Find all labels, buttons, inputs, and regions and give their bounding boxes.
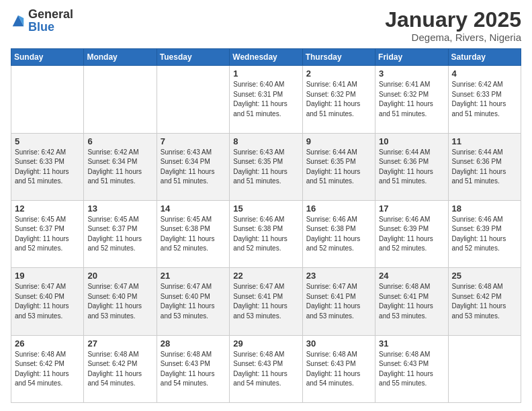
- day-info: Sunrise: 6:45 AMSunset: 6:38 PMDaylight:…: [161, 215, 226, 254]
- day-info: Sunrise: 6:42 AMSunset: 6:34 PMDaylight:…: [87, 148, 152, 187]
- day-info: Sunrise: 6:48 AMSunset: 6:43 PMDaylight:…: [233, 350, 298, 389]
- day-number: 11: [452, 136, 517, 146]
- calendar-cell: 24Sunrise: 6:48 AMSunset: 6:41 PMDayligh…: [375, 268, 448, 335]
- calendar-week-3: 12Sunrise: 6:45 AMSunset: 6:37 PMDayligh…: [11, 200, 521, 267]
- calendar-cell: 1Sunrise: 6:40 AMSunset: 6:31 PMDaylight…: [230, 66, 302, 133]
- calendar-week-1: 1Sunrise: 6:40 AMSunset: 6:31 PMDaylight…: [11, 66, 521, 133]
- day-number: 7: [161, 136, 226, 146]
- day-number: 15: [233, 203, 298, 214]
- day-number: 27: [87, 338, 152, 349]
- calendar-cell: [11, 66, 84, 133]
- day-number: 19: [15, 271, 80, 281]
- day-number: 24: [379, 271, 444, 281]
- day-info: Sunrise: 6:48 AMSunset: 6:42 PMDaylight:…: [452, 282, 517, 321]
- calendar-cell: 25Sunrise: 6:48 AMSunset: 6:42 PMDayligh…: [448, 268, 521, 335]
- day-number: 29: [233, 338, 298, 349]
- calendar-cell: 4Sunrise: 6:42 AMSunset: 6:33 PMDaylight…: [448, 66, 521, 133]
- calendar-cell: 13Sunrise: 6:45 AMSunset: 6:37 PMDayligh…: [84, 200, 157, 267]
- day-info: Sunrise: 6:46 AMSunset: 6:38 PMDaylight:…: [306, 215, 371, 254]
- day-info: Sunrise: 6:48 AMSunset: 6:41 PMDaylight:…: [379, 282, 444, 321]
- main-title: January 2025: [385, 8, 521, 32]
- calendar-cell: 21Sunrise: 6:47 AMSunset: 6:40 PMDayligh…: [157, 268, 229, 335]
- calendar-cell: 30Sunrise: 6:48 AMSunset: 6:43 PMDayligh…: [302, 335, 375, 402]
- calendar-cell: 22Sunrise: 6:47 AMSunset: 6:41 PMDayligh…: [230, 268, 302, 335]
- day-info: Sunrise: 6:42 AMSunset: 6:33 PMDaylight:…: [15, 148, 80, 187]
- calendar-cell: 29Sunrise: 6:48 AMSunset: 6:43 PMDayligh…: [230, 335, 302, 402]
- day-number: 16: [306, 203, 371, 214]
- day-info: Sunrise: 6:48 AMSunset: 6:42 PMDaylight:…: [87, 350, 152, 389]
- day-number: 18: [452, 203, 517, 214]
- day-number: 14: [161, 203, 226, 214]
- day-info: Sunrise: 6:46 AMSunset: 6:38 PMDaylight:…: [233, 215, 298, 254]
- calendar-week-5: 26Sunrise: 6:48 AMSunset: 6:42 PMDayligh…: [11, 335, 521, 402]
- day-info: Sunrise: 6:44 AMSunset: 6:36 PMDaylight:…: [379, 148, 444, 187]
- day-number: 23: [306, 271, 371, 281]
- day-info: Sunrise: 6:47 AMSunset: 6:40 PMDaylight:…: [15, 282, 80, 321]
- day-number: 2: [306, 68, 371, 79]
- calendar-cell: [448, 335, 521, 402]
- day-number: 10: [379, 136, 444, 146]
- day-number: 1: [233, 68, 298, 79]
- calendar-week-4: 19Sunrise: 6:47 AMSunset: 6:40 PMDayligh…: [11, 268, 521, 335]
- sub-title: Degema, Rivers, Nigeria: [385, 32, 521, 43]
- day-number: 25: [452, 271, 517, 281]
- logo-blue: Blue: [28, 20, 54, 34]
- day-info: Sunrise: 6:47 AMSunset: 6:41 PMDaylight:…: [306, 282, 371, 321]
- calendar-cell: 5Sunrise: 6:42 AMSunset: 6:33 PMDaylight…: [11, 133, 84, 200]
- calendar-cell: 10Sunrise: 6:44 AMSunset: 6:36 PMDayligh…: [375, 133, 448, 200]
- day-number: 5: [15, 136, 80, 146]
- calendar-cell: 18Sunrise: 6:46 AMSunset: 6:39 PMDayligh…: [448, 200, 521, 267]
- calendar-cell: 9Sunrise: 6:44 AMSunset: 6:35 PMDaylight…: [302, 133, 375, 200]
- day-info: Sunrise: 6:44 AMSunset: 6:36 PMDaylight:…: [452, 148, 517, 187]
- day-info: Sunrise: 6:43 AMSunset: 6:35 PMDaylight:…: [233, 148, 298, 187]
- day-info: Sunrise: 6:41 AMSunset: 6:32 PMDaylight:…: [306, 80, 371, 119]
- calendar-cell: 20Sunrise: 6:47 AMSunset: 6:40 PMDayligh…: [84, 268, 157, 335]
- logo-icon: [11, 13, 26, 28]
- day-info: Sunrise: 6:45 AMSunset: 6:37 PMDaylight:…: [15, 215, 80, 254]
- logo-general: General: [28, 7, 73, 21]
- col-header-tuesday: Tuesday: [157, 49, 229, 66]
- day-info: Sunrise: 6:44 AMSunset: 6:35 PMDaylight:…: [306, 148, 371, 187]
- day-number: 6: [87, 136, 152, 146]
- calendar-header-row: SundayMondayTuesdayWednesdayThursdayFrid…: [11, 49, 521, 66]
- col-header-sunday: Sunday: [11, 49, 84, 66]
- day-info: Sunrise: 6:41 AMSunset: 6:32 PMDaylight:…: [379, 80, 444, 119]
- page: General Blue January 2025 Degema, Rivers…: [0, 0, 532, 411]
- title-block: January 2025 Degema, Rivers, Nigeria: [385, 8, 521, 43]
- day-number: 12: [15, 203, 80, 214]
- day-number: 13: [87, 203, 152, 214]
- day-number: 21: [161, 271, 226, 281]
- calendar-cell: 6Sunrise: 6:42 AMSunset: 6:34 PMDaylight…: [84, 133, 157, 200]
- calendar-cell: [157, 66, 229, 133]
- calendar-cell: 28Sunrise: 6:48 AMSunset: 6:43 PMDayligh…: [157, 335, 229, 402]
- calendar-cell: 15Sunrise: 6:46 AMSunset: 6:38 PMDayligh…: [230, 200, 302, 267]
- calendar-cell: 2Sunrise: 6:41 AMSunset: 6:32 PMDaylight…: [302, 66, 375, 133]
- calendar-cell: 16Sunrise: 6:46 AMSunset: 6:38 PMDayligh…: [302, 200, 375, 267]
- logo: General Blue: [11, 8, 73, 34]
- col-header-friday: Friday: [375, 49, 448, 66]
- logo-text: General Blue: [28, 8, 73, 34]
- day-info: Sunrise: 6:46 AMSunset: 6:39 PMDaylight:…: [452, 215, 517, 254]
- calendar-cell: 17Sunrise: 6:46 AMSunset: 6:39 PMDayligh…: [375, 200, 448, 267]
- day-number: 3: [379, 68, 444, 79]
- day-number: 20: [87, 271, 152, 281]
- day-info: Sunrise: 6:48 AMSunset: 6:42 PMDaylight:…: [15, 350, 80, 389]
- calendar-cell: 14Sunrise: 6:45 AMSunset: 6:38 PMDayligh…: [157, 200, 229, 267]
- calendar-cell: 8Sunrise: 6:43 AMSunset: 6:35 PMDaylight…: [230, 133, 302, 200]
- calendar-cell: 23Sunrise: 6:47 AMSunset: 6:41 PMDayligh…: [302, 268, 375, 335]
- calendar-week-2: 5Sunrise: 6:42 AMSunset: 6:33 PMDaylight…: [11, 133, 521, 200]
- col-header-saturday: Saturday: [448, 49, 521, 66]
- calendar-cell: 31Sunrise: 6:48 AMSunset: 6:43 PMDayligh…: [375, 335, 448, 402]
- day-info: Sunrise: 6:48 AMSunset: 6:43 PMDaylight:…: [306, 350, 371, 389]
- day-number: 26: [15, 338, 80, 349]
- calendar: SundayMondayTuesdayWednesdayThursdayFrid…: [11, 48, 521, 403]
- day-info: Sunrise: 6:48 AMSunset: 6:43 PMDaylight:…: [379, 350, 444, 389]
- day-number: 17: [379, 203, 444, 214]
- calendar-cell: [84, 66, 157, 133]
- day-info: Sunrise: 6:40 AMSunset: 6:31 PMDaylight:…: [233, 80, 298, 119]
- day-info: Sunrise: 6:48 AMSunset: 6:43 PMDaylight:…: [161, 350, 226, 389]
- calendar-cell: 7Sunrise: 6:43 AMSunset: 6:34 PMDaylight…: [157, 133, 229, 200]
- day-info: Sunrise: 6:43 AMSunset: 6:34 PMDaylight:…: [161, 148, 226, 187]
- day-info: Sunrise: 6:45 AMSunset: 6:37 PMDaylight:…: [87, 215, 152, 254]
- day-number: 30: [306, 338, 371, 349]
